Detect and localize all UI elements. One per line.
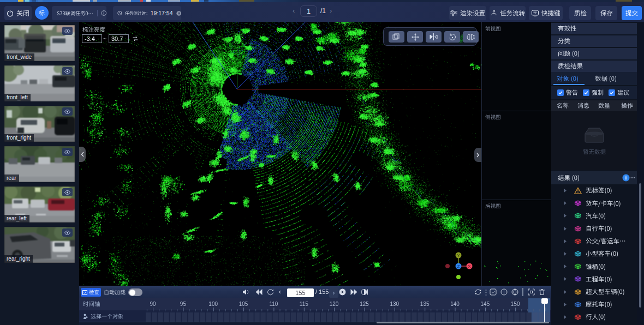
svg-text:95: 95 xyxy=(180,301,187,307)
svg-text:Y: Y xyxy=(457,253,460,258)
svg-text:X: X xyxy=(468,264,471,269)
svg-text:150: 150 xyxy=(511,301,520,307)
svg-text:105: 105 xyxy=(239,301,248,307)
svg-text:100: 100 xyxy=(208,301,218,307)
svg-text:115: 115 xyxy=(300,301,308,307)
svg-text:145: 145 xyxy=(481,301,490,307)
svg-text:110: 110 xyxy=(269,301,278,307)
svg-text:135: 135 xyxy=(420,301,430,307)
svg-text:Z: Z xyxy=(457,264,460,269)
svg-text:140: 140 xyxy=(450,301,460,307)
svg-text:120: 120 xyxy=(330,301,339,307)
svg-text:130: 130 xyxy=(390,301,399,307)
svg-text:125: 125 xyxy=(360,301,369,307)
svg-text:90: 90 xyxy=(150,301,156,307)
